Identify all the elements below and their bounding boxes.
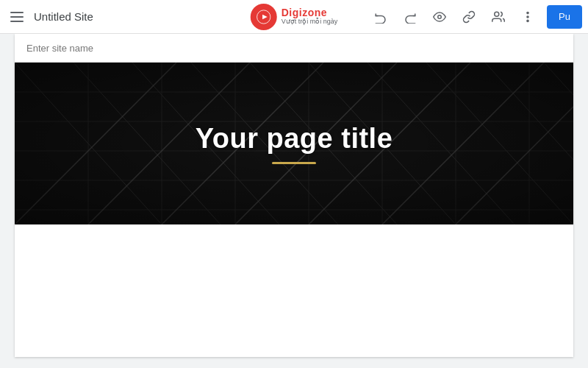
logo-center: Digizone Vượt trội mỗi ngày xyxy=(251,4,338,30)
svg-point-2 xyxy=(438,15,442,18)
hero-banner: Your page title xyxy=(15,63,573,224)
share-button[interactable] xyxy=(485,4,512,30)
content-area xyxy=(15,224,573,357)
redo-button[interactable] xyxy=(397,4,423,30)
svg-point-6 xyxy=(526,19,529,22)
site-name-input[interactable] xyxy=(26,43,562,54)
logo-name: Digizone xyxy=(282,7,338,18)
canvas-area: Your page title xyxy=(0,34,588,368)
hero-divider xyxy=(272,162,316,164)
svg-point-3 xyxy=(495,12,499,16)
site-page: Your page title xyxy=(15,34,573,357)
logo-icon xyxy=(251,4,277,30)
menu-icon[interactable] xyxy=(6,7,28,26)
svg-point-4 xyxy=(526,11,529,14)
link-button[interactable] xyxy=(456,4,482,30)
right-icons: Pu xyxy=(368,4,582,30)
logo-text-wrap: Digizone Vượt trội mỗi ngày xyxy=(282,7,338,26)
hero-content: Your page title xyxy=(196,123,393,164)
more-button[interactable] xyxy=(514,4,541,30)
publish-button[interactable]: Pu xyxy=(547,5,582,29)
svg-point-5 xyxy=(526,15,529,18)
hero-title[interactable]: Your page title xyxy=(196,123,393,155)
undo-button[interactable] xyxy=(368,4,394,30)
topbar: Untitled Site Digizone Vượt trội mỗi ngà… xyxy=(0,0,588,34)
logo-tagline: Vượt trội mỗi ngày xyxy=(282,18,338,26)
site-name-bar xyxy=(15,34,573,63)
preview-button[interactable] xyxy=(426,4,453,30)
